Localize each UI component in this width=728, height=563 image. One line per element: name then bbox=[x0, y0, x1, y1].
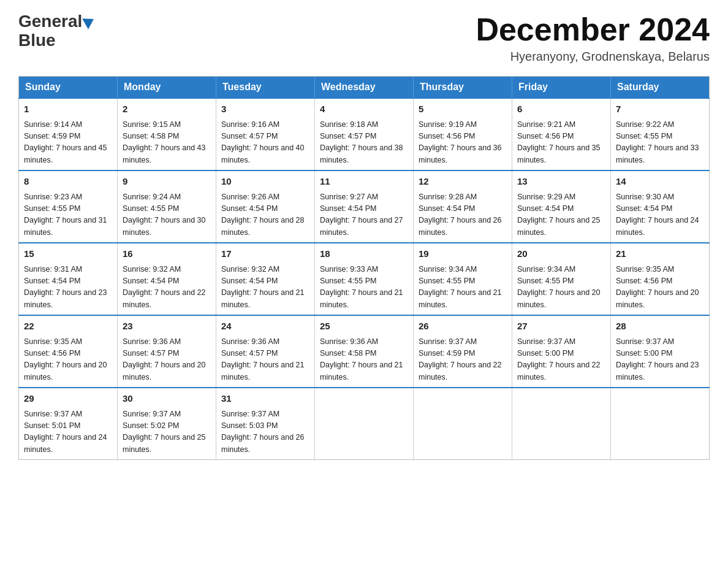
day-number: 8 bbox=[24, 175, 112, 189]
day-number: 1 bbox=[24, 102, 112, 117]
day-number: 13 bbox=[517, 175, 605, 189]
calendar-cell bbox=[611, 388, 710, 460]
day-info: Sunrise: 9:14 AMSunset: 4:59 PMDaylight:… bbox=[24, 119, 112, 167]
calendar-week-row: 8Sunrise: 9:23 AMSunset: 4:55 PMDaylight… bbox=[19, 170, 710, 243]
day-info: Sunrise: 9:34 AMSunset: 4:55 PMDaylight:… bbox=[419, 264, 507, 312]
calendar-cell: 22Sunrise: 9:35 AMSunset: 4:56 PMDayligh… bbox=[19, 315, 118, 388]
calendar-header-tuesday: Tuesday bbox=[216, 77, 315, 99]
day-info: Sunrise: 9:35 AMSunset: 4:56 PMDaylight:… bbox=[24, 336, 112, 384]
day-number: 28 bbox=[616, 320, 704, 334]
day-info: Sunrise: 9:21 AMSunset: 4:56 PMDaylight:… bbox=[517, 119, 605, 167]
day-number: 21 bbox=[616, 247, 704, 261]
calendar-week-row: 1Sunrise: 9:14 AMSunset: 4:59 PMDaylight… bbox=[19, 98, 710, 170]
calendar-cell bbox=[315, 388, 414, 460]
day-info: Sunrise: 9:32 AMSunset: 4:54 PMDaylight:… bbox=[221, 264, 309, 312]
calendar-week-row: 22Sunrise: 9:35 AMSunset: 4:56 PMDayligh… bbox=[19, 315, 710, 388]
day-info: Sunrise: 9:24 AMSunset: 4:55 PMDaylight:… bbox=[123, 191, 211, 239]
logo-general: General bbox=[18, 12, 82, 31]
calendar-cell: 2Sunrise: 9:15 AMSunset: 4:58 PMDaylight… bbox=[118, 98, 216, 170]
calendar-cell: 5Sunrise: 9:19 AMSunset: 4:56 PMDaylight… bbox=[414, 98, 512, 170]
calendar-cell: 15Sunrise: 9:31 AMSunset: 4:54 PMDayligh… bbox=[19, 243, 118, 315]
calendar-cell: 6Sunrise: 9:21 AMSunset: 4:56 PMDaylight… bbox=[512, 98, 611, 170]
calendar-header-row: SundayMondayTuesdayWednesdayThursdayFrid… bbox=[19, 77, 710, 99]
title-block: December 2024 Hyeranyony, Grodnenskaya, … bbox=[476, 12, 710, 64]
calendar-cell: 19Sunrise: 9:34 AMSunset: 4:55 PMDayligh… bbox=[414, 243, 512, 315]
calendar-header-saturday: Saturday bbox=[611, 77, 710, 99]
day-info: Sunrise: 9:27 AMSunset: 4:54 PMDaylight:… bbox=[320, 191, 408, 239]
calendar-week-row: 29Sunrise: 9:37 AMSunset: 5:01 PMDayligh… bbox=[19, 388, 710, 460]
calendar-cell: 4Sunrise: 9:18 AMSunset: 4:57 PMDaylight… bbox=[315, 98, 414, 170]
day-number: 12 bbox=[419, 175, 507, 189]
page-header: General Blue December 2024 Hyeranyony, G… bbox=[18, 12, 710, 64]
day-number: 4 bbox=[320, 102, 408, 117]
day-info: Sunrise: 9:19 AMSunset: 4:56 PMDaylight:… bbox=[419, 119, 507, 167]
calendar-header-friday: Friday bbox=[512, 77, 611, 99]
calendar-cell: 16Sunrise: 9:32 AMSunset: 4:54 PMDayligh… bbox=[118, 243, 216, 315]
calendar-cell: 7Sunrise: 9:22 AMSunset: 4:55 PMDaylight… bbox=[611, 98, 710, 170]
calendar-cell: 29Sunrise: 9:37 AMSunset: 5:01 PMDayligh… bbox=[19, 388, 118, 460]
day-info: Sunrise: 9:22 AMSunset: 4:55 PMDaylight:… bbox=[616, 119, 704, 167]
day-info: Sunrise: 9:35 AMSunset: 4:56 PMDaylight:… bbox=[616, 264, 704, 312]
day-number: 18 bbox=[320, 247, 408, 261]
calendar-cell: 11Sunrise: 9:27 AMSunset: 4:54 PMDayligh… bbox=[315, 170, 414, 243]
calendar-cell bbox=[512, 388, 611, 460]
day-number: 27 bbox=[517, 320, 605, 334]
day-info: Sunrise: 9:32 AMSunset: 4:54 PMDaylight:… bbox=[123, 264, 211, 312]
day-number: 23 bbox=[123, 320, 211, 334]
calendar-cell: 1Sunrise: 9:14 AMSunset: 4:59 PMDaylight… bbox=[19, 98, 118, 170]
day-number: 19 bbox=[419, 247, 507, 261]
day-number: 2 bbox=[123, 102, 211, 117]
calendar-header-sunday: Sunday bbox=[19, 77, 118, 99]
calendar-header-thursday: Thursday bbox=[414, 77, 512, 99]
day-number: 6 bbox=[517, 102, 605, 117]
calendar-cell: 21Sunrise: 9:35 AMSunset: 4:56 PMDayligh… bbox=[611, 243, 710, 315]
calendar-cell: 30Sunrise: 9:37 AMSunset: 5:02 PMDayligh… bbox=[118, 388, 216, 460]
calendar-header-monday: Monday bbox=[118, 77, 216, 99]
calendar-header-wednesday: Wednesday bbox=[315, 77, 414, 99]
day-info: Sunrise: 9:33 AMSunset: 4:55 PMDaylight:… bbox=[320, 264, 408, 312]
day-info: Sunrise: 9:37 AMSunset: 4:59 PMDaylight:… bbox=[419, 336, 507, 384]
day-info: Sunrise: 9:28 AMSunset: 4:54 PMDaylight:… bbox=[419, 191, 507, 239]
month-title: December 2024 bbox=[476, 12, 710, 47]
day-number: 3 bbox=[221, 102, 309, 117]
day-info: Sunrise: 9:16 AMSunset: 4:57 PMDaylight:… bbox=[221, 119, 309, 167]
day-number: 16 bbox=[123, 247, 211, 261]
day-number: 24 bbox=[221, 320, 309, 334]
day-number: 5 bbox=[419, 102, 507, 117]
day-info: Sunrise: 9:29 AMSunset: 4:54 PMDaylight:… bbox=[517, 191, 605, 239]
day-info: Sunrise: 9:36 AMSunset: 4:57 PMDaylight:… bbox=[221, 336, 309, 384]
calendar-cell: 12Sunrise: 9:28 AMSunset: 4:54 PMDayligh… bbox=[414, 170, 512, 243]
day-number: 11 bbox=[320, 175, 408, 189]
calendar-cell: 27Sunrise: 9:37 AMSunset: 5:00 PMDayligh… bbox=[512, 315, 611, 388]
day-info: Sunrise: 9:26 AMSunset: 4:54 PMDaylight:… bbox=[221, 191, 309, 239]
day-info: Sunrise: 9:37 AMSunset: 5:02 PMDaylight:… bbox=[123, 408, 211, 456]
calendar-cell: 26Sunrise: 9:37 AMSunset: 4:59 PMDayligh… bbox=[414, 315, 512, 388]
day-number: 9 bbox=[123, 175, 211, 189]
day-number: 29 bbox=[24, 392, 112, 406]
calendar-cell: 23Sunrise: 9:36 AMSunset: 4:57 PMDayligh… bbox=[118, 315, 216, 388]
day-info: Sunrise: 9:37 AMSunset: 5:00 PMDaylight:… bbox=[517, 336, 605, 384]
calendar-cell: 25Sunrise: 9:36 AMSunset: 4:58 PMDayligh… bbox=[315, 315, 414, 388]
day-info: Sunrise: 9:37 AMSunset: 5:00 PMDaylight:… bbox=[616, 336, 704, 384]
day-number: 26 bbox=[419, 320, 507, 334]
calendar-cell: 24Sunrise: 9:36 AMSunset: 4:57 PMDayligh… bbox=[216, 315, 315, 388]
calendar-cell: 8Sunrise: 9:23 AMSunset: 4:55 PMDaylight… bbox=[19, 170, 118, 243]
day-number: 14 bbox=[616, 175, 704, 189]
calendar-cell: 20Sunrise: 9:34 AMSunset: 4:55 PMDayligh… bbox=[512, 243, 611, 315]
calendar-cell bbox=[414, 388, 512, 460]
day-info: Sunrise: 9:37 AMSunset: 5:03 PMDaylight:… bbox=[221, 408, 309, 456]
day-info: Sunrise: 9:31 AMSunset: 4:54 PMDaylight:… bbox=[24, 264, 112, 312]
day-info: Sunrise: 9:34 AMSunset: 4:55 PMDaylight:… bbox=[517, 264, 605, 312]
calendar-cell: 14Sunrise: 9:30 AMSunset: 4:54 PMDayligh… bbox=[611, 170, 710, 243]
day-number: 25 bbox=[320, 320, 408, 334]
day-info: Sunrise: 9:30 AMSunset: 4:54 PMDaylight:… bbox=[616, 191, 704, 239]
day-number: 7 bbox=[616, 102, 704, 117]
logo: General Blue bbox=[18, 12, 94, 50]
day-info: Sunrise: 9:15 AMSunset: 4:58 PMDaylight:… bbox=[123, 119, 211, 167]
day-number: 30 bbox=[123, 392, 211, 406]
day-number: 10 bbox=[221, 175, 309, 189]
calendar-cell: 28Sunrise: 9:37 AMSunset: 5:00 PMDayligh… bbox=[611, 315, 710, 388]
day-number: 20 bbox=[517, 247, 605, 261]
day-info: Sunrise: 9:36 AMSunset: 4:58 PMDaylight:… bbox=[320, 336, 408, 384]
calendar-cell: 3Sunrise: 9:16 AMSunset: 4:57 PMDaylight… bbox=[216, 98, 315, 170]
